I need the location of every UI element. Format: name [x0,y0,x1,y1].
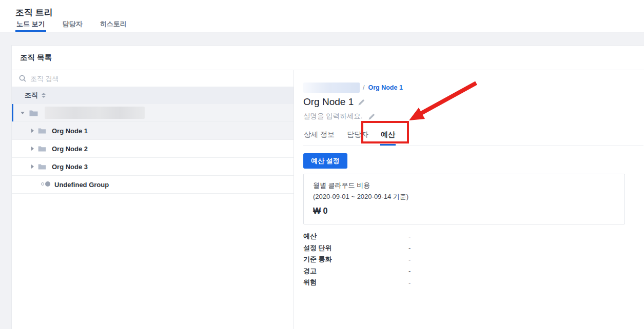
cost-card-amount: ₩ 0 [313,207,615,216]
group-circles-icon [41,181,50,188]
folder-icon [38,163,46,170]
caret-right-icon[interactable] [31,147,34,151]
detail-row-danger: 위험 - [303,277,644,289]
monthly-cost-card: 월별 클라우드 비용 (2020-09-01 ~ 2020-09-14 기준) … [303,174,625,224]
breadcrumb: / Org Node 1 [303,83,644,93]
tree-node-label: Org Node 3 [52,163,88,171]
tree-node-label: Undefined Group [54,181,109,189]
tab-manager[interactable]: 담당자 [62,19,84,32]
sort-icon[interactable] [42,93,46,98]
detail-row-warning: 경고 - [303,265,644,277]
detail-value: - [408,256,411,263]
detail-row-budget: 예산 - [303,231,644,242]
org-column-label: 조직 [25,91,38,100]
tree-row-org-node-3[interactable]: Org Node 3 [12,158,294,176]
tab-node-view[interactable]: 노드 보기 [15,19,46,32]
page-title: 조직 트리 [15,7,53,18]
detail-label: 기준 통화 [303,255,408,264]
org-search-input[interactable] [30,75,256,83]
cost-card-title: 월별 클라우드 비용 [313,181,615,190]
tree-row-org-node-1[interactable]: Org Node 1 [12,122,294,140]
description-placeholder[interactable]: 설명을 입력하세요. [303,112,363,121]
detail-label: 설정 단위 [303,243,408,253]
caret-down-icon[interactable] [21,112,25,114]
detail-value: - [408,244,411,252]
page-header: 조직 트리 노드 보기 담당자 히스토리 [0,0,644,32]
caret-right-icon[interactable] [31,164,34,169]
org-list-title: 조직 목록 [20,53,52,63]
budget-detail-list: 예산 - 설정 단위 - 기준 통화 - 경고 - 위험 - [303,231,644,289]
breadcrumb-current[interactable]: Org Node 1 [368,84,402,91]
budget-setting-button[interactable]: 예산 설정 [303,153,347,169]
detail-row-unit: 설정 단위 - [303,242,644,254]
org-tree-pane: 조직 Org Node 1 [12,70,294,329]
node-title: Org Node 1 [303,96,354,108]
tree-row-undefined-group[interactable]: Undefined Group [12,176,294,194]
redacted-root-name [45,107,145,119]
caret-right-icon[interactable] [31,129,34,133]
detail-label: 예산 [303,232,408,241]
edit-title-pencil-icon[interactable] [358,98,365,106]
detail-value: - [408,233,411,240]
tab-history[interactable]: 히스토리 [99,19,128,32]
tree-node-label: Org Node 2 [52,145,88,153]
detail-label: 경고 [303,266,408,276]
tab-detail-manager[interactable]: 담당자 [346,128,369,146]
cost-card-period: (2020-09-01 ~ 2020-09-14 기준) [313,192,615,201]
detail-label: 위험 [303,278,408,287]
tree-node-label: Org Node 1 [52,127,88,135]
detail-tab-bar: 상세 정보 담당자 예산 [303,128,643,146]
org-detail-pane: / Org Node 1 Org Node 1 설명을 입력하세요. 상세 정보… [294,70,644,329]
tab-detail-info[interactable]: 상세 정보 [303,128,335,146]
org-list-card: 조직 목록 조직 [11,45,644,329]
tree-row-root[interactable] [12,104,294,122]
detail-value: - [408,279,411,286]
folder-icon [38,128,46,134]
detail-value: - [408,267,411,275]
folder-icon [38,146,46,152]
search-icon [19,75,26,82]
edit-description-pencil-icon[interactable] [368,113,376,120]
tab-budget[interactable]: 예산 [380,128,396,146]
tree-row-org-node-2[interactable]: Org Node 2 [12,140,294,158]
org-list-card-header: 조직 목록 [12,46,644,70]
top-tab-bar: 노드 보기 담당자 히스토리 [15,19,128,32]
folder-icon [29,110,38,116]
redacted-parent-crumb [303,83,360,93]
breadcrumb-separator: / [363,84,364,91]
org-column-header[interactable]: 조직 [12,87,294,104]
org-search-row [12,70,294,87]
detail-row-currency: 기준 통화 - [303,254,644,265]
